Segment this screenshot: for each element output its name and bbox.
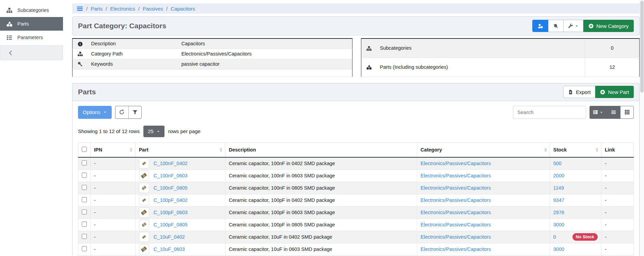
column-label: Stock (553, 147, 567, 153)
main-content: / Parts / Electronics / Passives / Capac… (72, 0, 640, 256)
column-header-desc: Description (225, 142, 417, 157)
row-checkbox[interactable] (82, 246, 87, 251)
stock-link[interactable]: 2976 (553, 210, 564, 215)
sidebar-item-label: Subcategories (17, 7, 49, 13)
stock-link[interactable]: 1149 (553, 185, 564, 191)
part-link[interactable]: C_10uF_0402 (154, 234, 185, 240)
category-link[interactable]: Electronics/Passives/Capacitors (421, 222, 491, 227)
category-link[interactable]: Electronics/Passives/Capacitors (421, 173, 491, 178)
part-link[interactable]: C_100nF_0603 (154, 173, 188, 178)
category-link[interactable]: Electronics/Passives/Capacitors (421, 161, 491, 166)
sidebar-item-subcategories[interactable]: Subcategories (0, 3, 63, 17)
breadcrumb: / Parts / Electronics / Passives / Capac… (72, 3, 640, 14)
link-cell: - (601, 182, 633, 194)
stock-link[interactable]: 2000 (553, 173, 564, 178)
grid-icon (625, 110, 630, 115)
breadcrumb-link[interactable]: Parts (91, 6, 103, 12)
list-view-button[interactable] (607, 106, 620, 119)
page-header-panel: Part Category: Capacitors New Category (72, 16, 640, 35)
stock-link[interactable]: 9347 (553, 197, 564, 203)
table-row: - C_100pF_0603 Ceramic capacitor, 100pF … (78, 206, 634, 219)
columns-toggle-button[interactable] (590, 106, 607, 119)
breadcrumb-link[interactable]: Electronics (110, 6, 135, 12)
column-header-cat[interactable]: Category (417, 142, 550, 157)
ipn-cell: - (91, 231, 136, 243)
sidebar-item-parts[interactable]: Parts (0, 17, 63, 31)
row-checkbox[interactable] (82, 222, 87, 227)
select-all-checkbox[interactable] (82, 147, 87, 152)
detail-row: Description Capacitors (73, 38, 352, 49)
part-thumbnail (139, 183, 149, 193)
admin-button[interactable] (532, 20, 548, 32)
options-button[interactable]: Options (78, 106, 112, 119)
part-link[interactable]: C_100pF_0402 (154, 197, 188, 203)
part-link[interactable]: C_10uF_0603 (154, 246, 185, 252)
export-button[interactable]: Export (563, 86, 595, 98)
refresh-button[interactable] (115, 106, 128, 118)
ipn-cell: - (91, 206, 136, 219)
row-checkbox[interactable] (82, 234, 87, 239)
link-cell: - (601, 219, 633, 231)
category-link[interactable]: Electronics/Passives/Capacitors (421, 185, 491, 191)
search-input[interactable] (513, 106, 586, 119)
part-link[interactable]: C_100nF_0805 (154, 185, 188, 191)
column-header-link: Link (601, 142, 633, 157)
breadcrumb-link[interactable]: Capacitors (171, 6, 195, 12)
caret-down-icon (157, 130, 160, 133)
column-header-stock[interactable]: Stock (550, 142, 601, 157)
sidebar: Subcategories Parts Parameters (0, 3, 63, 60)
capacitor-image (141, 222, 146, 227)
sort-arrows-icon (544, 148, 547, 152)
category-link[interactable]: Electronics/Passives/Capacitors (421, 210, 491, 215)
column-label: Description (229, 147, 256, 153)
notifications-button[interactable] (548, 20, 564, 32)
link-cell: - (601, 243, 633, 255)
menu-icon[interactable] (77, 5, 83, 12)
new-category-button[interactable]: New Category (583, 20, 634, 32)
row-checkbox[interactable] (82, 160, 87, 165)
column-label: Link (605, 147, 615, 153)
row-checkbox[interactable] (82, 173, 87, 178)
table-row: - C_100nF_0805 Ceramic capacitor, 100nF … (78, 182, 634, 194)
category-link[interactable]: Electronics/Passives/Capacitors (421, 246, 491, 252)
ipn-cell: - (91, 182, 136, 194)
breadcrumb-link[interactable]: Passives (143, 6, 163, 12)
stock-link[interactable]: 0 (553, 234, 556, 240)
part-thumbnail (139, 171, 149, 181)
filter-button[interactable] (128, 106, 141, 118)
column-header-ipn[interactable]: IPN (91, 142, 136, 157)
description-cell: Ceramic capacitor, 100pF in 0805 SMD pac… (225, 219, 417, 231)
scrollbar (640, 0, 644, 256)
category-link[interactable]: Electronics/Passives/Capacitors (421, 197, 491, 203)
scrollbar-thumb[interactable] (640, 1, 644, 93)
stock-link[interactable]: 500 (553, 161, 562, 166)
page-size-dropdown[interactable]: 25 (143, 126, 164, 137)
row-checkbox[interactable] (82, 197, 87, 202)
stock-link[interactable]: 3000 (553, 246, 564, 252)
ipn-cell: - (91, 194, 136, 206)
row-checkbox[interactable] (82, 185, 87, 190)
sidebar-item-label: Parts (17, 21, 29, 27)
part-link[interactable]: C_100pF_0603 (154, 210, 188, 215)
ipn-cell: - (91, 157, 136, 170)
column-header-part[interactable]: Part (135, 142, 225, 157)
grid-view-button[interactable] (620, 106, 634, 119)
sidebar-item-parameters[interactable]: Parameters (0, 31, 63, 44)
row-checkbox[interactable] (82, 209, 87, 214)
new-part-button[interactable]: New Part (595, 86, 634, 98)
chevron-left-icon (8, 50, 14, 56)
sidebar-item-label: Parameters (17, 35, 43, 40)
category-link[interactable]: Electronics/Passives/Capacitors (421, 234, 491, 240)
category-settings-button[interactable] (564, 20, 583, 32)
category-details: Description Capacitors Category Path Ele… (72, 38, 640, 77)
sidebar-collapse-button[interactable] (0, 45, 63, 60)
list-icon (6, 35, 12, 41)
link-cell: - (601, 157, 633, 170)
part-link[interactable]: C_100nF_0402 (154, 161, 188, 166)
shapes-icon (6, 21, 12, 27)
part-link[interactable]: C_100pF_0805 (154, 222, 188, 227)
parts-panel-header: Parts Export New Part (73, 83, 639, 101)
stock-link[interactable]: 3000 (553, 222, 564, 227)
showing-rows-text: Showing 1 to 12 of 12 rows (78, 128, 140, 134)
detail-row: Category Path Electronics/Passives/Capac… (73, 49, 352, 59)
